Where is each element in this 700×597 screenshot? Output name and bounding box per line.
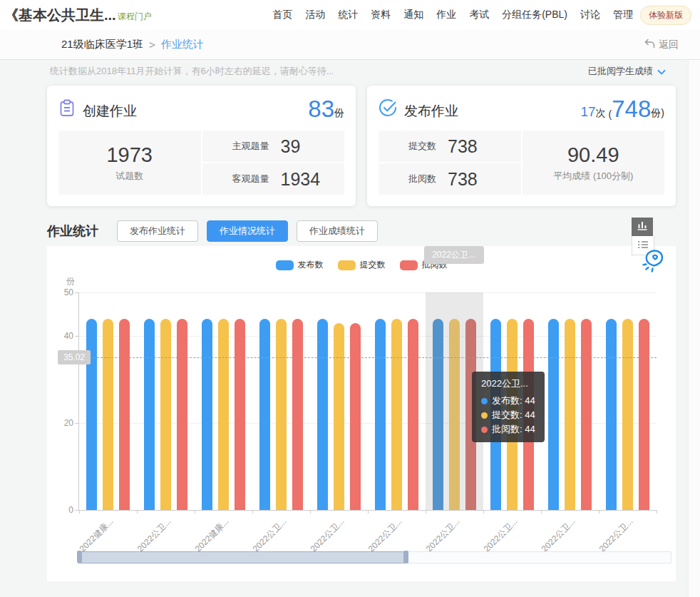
bar-批阅数-5[interactable]	[350, 323, 361, 510]
breadcrumb-current[interactable]: 作业统计	[161, 38, 204, 51]
average-mark-line	[79, 357, 657, 358]
published-card-header: 发布作业 17 次 ( 748 份)	[379, 98, 664, 120]
bar-发布数-2[interactable]	[144, 319, 155, 510]
bar-批阅数-6[interactable]	[408, 319, 418, 510]
tab-2[interactable]: 作业情况统计	[207, 220, 288, 242]
data-zoom-handle-left[interactable]	[77, 551, 82, 563]
question-count: 1973	[106, 143, 153, 167]
y-axis-tick: 50	[55, 287, 73, 297]
bar-提交数-6[interactable]	[391, 319, 402, 510]
legend-label: 发布数	[298, 259, 324, 271]
bar-提交数-10[interactable]	[622, 319, 633, 510]
bar-批阅数-4[interactable]	[292, 319, 303, 510]
bar-提交数-7[interactable]	[449, 319, 460, 510]
top-header: 《基本公共卫生... 课程门户 首页活动统计资料通知作业考试分组任务(PBL)讨…	[0, 0, 700, 30]
try-new-version-button[interactable]: 体验新版	[640, 6, 691, 25]
tooltip-rows: 发布数: 44提交数: 44批阅数: 44	[481, 394, 535, 437]
bar-发布数-9[interactable]	[548, 319, 559, 510]
chevron-down-icon	[657, 66, 666, 77]
nav-item-7[interactable]: 考试	[469, 9, 489, 21]
bar-提交数-9[interactable]	[565, 319, 575, 510]
bar-提交数-4[interactable]	[276, 319, 287, 510]
review-row: 批阅数 738	[379, 163, 521, 195]
course-portal-link[interactable]: 课程门户	[118, 11, 152, 23]
published-times: 17	[580, 104, 595, 120]
back-button[interactable]: 返回	[644, 39, 679, 51]
tooltip-row: 提交数: 44	[481, 408, 535, 422]
grade-filter-dropdown[interactable]: 已批阅学生成绩	[588, 65, 666, 78]
y-axis-tick-mark	[75, 336, 79, 337]
nav-item-5[interactable]: 通知	[403, 9, 423, 21]
legend-item-提交数[interactable]: 提交数	[338, 259, 386, 271]
chart-section-header: 作业统计 发布作业统计作业情况统计作业成绩统计	[47, 220, 676, 242]
bar-发布数-3[interactable]	[202, 319, 212, 510]
objective-row: 客观题量 1934	[202, 163, 345, 195]
tooltip-row: 批阅数: 44	[481, 422, 535, 437]
created-card-title: 创建作业	[83, 103, 137, 120]
stat-cards: 创建作业 83 份 1973 试题数 主观题量 39	[47, 86, 676, 206]
nav-item-3[interactable]: 统计	[338, 9, 358, 21]
data-zoom-window[interactable]	[78, 551, 408, 563]
back-label: 返回	[659, 39, 679, 51]
page: 《基本公共卫生... 课程门户 首页活动统计资料通知作业考试分组任务(PBL)讨…	[0, 0, 700, 597]
submit-label: 提交数	[408, 140, 436, 153]
nav-item-4[interactable]: 资料	[371, 9, 391, 21]
nav-item-9[interactable]: 讨论	[580, 9, 600, 21]
notice-text: 统计数据从2018年11月开始计算，有6小时左右的延迟，请耐心等待...	[50, 65, 334, 78]
question-count-label: 试题数	[115, 170, 143, 183]
data-zoom-slider[interactable]	[77, 551, 671, 563]
nav-item-8[interactable]: 分组任务(PBL)	[502, 9, 567, 21]
nav-item-6[interactable]: 作业	[436, 9, 456, 21]
bar-提交数-3[interactable]	[218, 319, 229, 510]
data-zoom-handle-right[interactable]	[403, 551, 408, 563]
y-axis-tick: 40	[55, 331, 73, 341]
tab-1[interactable]: 发布作业统计	[117, 220, 198, 242]
nav-item-10[interactable]: 管理	[613, 9, 633, 21]
bar-提交数-1[interactable]	[103, 319, 113, 510]
bar-发布数-7[interactable]	[433, 319, 443, 510]
nav-item-1[interactable]: 首页	[272, 9, 292, 21]
nav-item-2[interactable]: 活动	[305, 9, 325, 21]
published-homework-card: 发布作业 17 次 ( 748 份) 提交数 738 批阅	[367, 86, 676, 206]
bar-chart-icon	[637, 220, 648, 233]
bar-发布数-5[interactable]	[317, 319, 328, 510]
lightbulb-icon[interactable]	[640, 246, 666, 277]
legend-swatch	[400, 260, 418, 270]
bar-批阅数-2[interactable]	[177, 319, 187, 510]
subjective-row: 主观题量 39	[202, 131, 345, 162]
tab-3[interactable]: 作业成绩统计	[297, 220, 378, 242]
created-rows: 主观题量 39 客观题量 1934	[202, 131, 345, 195]
created-card-body: 1973 试题数 主观题量 39 客观题量 1934	[58, 131, 344, 195]
subjective-label: 主观题量	[232, 140, 269, 153]
bar-发布数-4[interactable]	[259, 319, 270, 510]
y-axis-tick: 20	[55, 418, 73, 428]
scroll-gutter[interactable]	[688, 60, 700, 597]
bar-chart-plot[interactable]: 份 020405035.02	[78, 292, 657, 511]
average-label: 平均成绩 (100分制)	[553, 170, 633, 183]
main-nav: 首页活动统计资料通知作业考试分组任务(PBL)讨论管理	[272, 9, 633, 21]
bar-发布数-10[interactable]	[606, 319, 617, 510]
legend-item-发布数[interactable]: 发布数	[276, 259, 324, 271]
tooltip-row: 发布数: 44	[481, 394, 535, 408]
published-card-body: 提交数 738 批阅数 738 90.49 平均成绩 (100分制)	[379, 131, 664, 195]
发布数-dot	[481, 398, 488, 404]
bar-发布数-1[interactable]	[86, 319, 97, 510]
批阅数-dot	[481, 427, 488, 433]
bar-批阅数-9[interactable]	[581, 319, 592, 510]
y-axis-tick-mark	[75, 292, 79, 293]
published-rows: 提交数 738 批阅数 738	[379, 131, 521, 195]
average-score: 90.49	[567, 143, 619, 167]
average-mark-label: 35.02	[58, 350, 91, 364]
提交数-dot	[481, 412, 488, 419]
published-total: 748	[612, 98, 651, 120]
bar-批阅数-1[interactable]	[119, 319, 130, 510]
bar-发布数-6[interactable]	[375, 319, 386, 510]
bar-提交数-2[interactable]	[160, 319, 171, 510]
y-axis-unit: 份	[66, 275, 75, 287]
bar-提交数-5[interactable]	[334, 323, 344, 510]
axis-pointer-label: 2022公卫...	[424, 246, 484, 264]
bar-chart-view-button[interactable]	[632, 218, 653, 236]
bar-批阅数-10[interactable]	[639, 319, 649, 510]
course-title: 《基本公共卫生...	[4, 6, 116, 25]
bar-批阅数-3[interactable]	[235, 319, 245, 510]
